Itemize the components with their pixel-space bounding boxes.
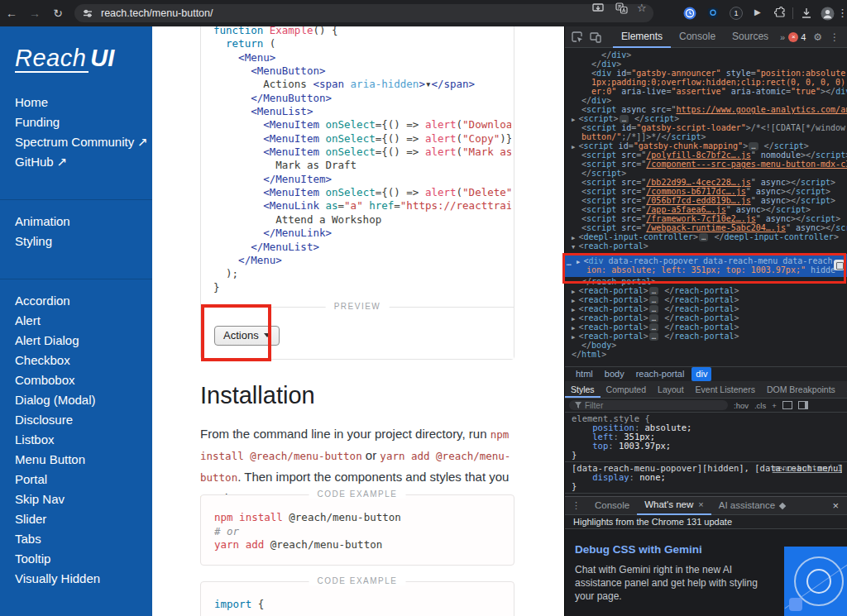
panel-layout-icon[interactable] [798,401,808,409]
translate-icon[interactable] [615,2,628,14]
tab-console[interactable]: Console [671,26,724,48]
tab-elements[interactable]: Elements [613,26,671,48]
device-toolbar-icon[interactable] [590,31,601,43]
dom-tree-line[interactable]: 1px;padding:0;overflow:hidden;clip:rect(… [565,78,847,87]
tab-sources[interactable]: Sources [724,26,777,48]
dom-tree-line[interactable]: </reach-portal> [565,277,847,286]
dom-tree-line[interactable]: ▼ <reach-portal> [565,241,847,251]
dom-tree-line[interactable]: ▶ <reach-portal>… </reach-portal> [565,332,847,341]
sidebar-item-combobox[interactable]: Combobox [15,370,147,390]
dom-tree-line[interactable]: <script src="/polyfill-8c7bf2c….js" nomo… [565,150,847,160]
dom-tree-line[interactable]: ▶ <reach-portal>… </reach-portal> [565,295,847,304]
new-style-rule-icon[interactable]: + [772,401,777,410]
dom-tree-line[interactable]: ▶ <deepl-input-controller>… </deepl-inpu… [565,232,847,241]
sidebar-item-disclosure[interactable]: Disclosure [15,410,147,430]
extensions-puzzle-icon[interactable] [774,7,787,19]
forward-button[interactable]: → [23,0,46,26]
sidebar-item-slider[interactable]: Slider [15,509,147,529]
drawer-close-icon[interactable]: × [832,499,847,512]
drawer-tab-whats-new[interactable]: What's new × [637,496,711,515]
dom-tree-line[interactable]: </div> [565,60,847,69]
css-property[interactable]: position: absolute; [572,423,842,432]
sidebar-item-portal[interactable]: Portal [15,470,147,489]
url-text[interactable]: reach.tech/menu-button/ [101,7,213,19]
dom-tree-line[interactable]: <script src="/component---src-pages-menu… [565,160,847,169]
back-button[interactable]: ← [0,0,23,26]
node-actions-icon[interactable]: ⋯ [567,260,570,269]
sidebar-item-home[interactable]: Home [15,93,147,112]
dom-tree-line[interactable]: ▶ <reach-portal>… </reach-portal> [565,286,847,295]
error-badge[interactable]: × 4 [788,32,806,42]
dom-tree-line[interactable]: ▶ <script id="gatsby-chunk-mapping">… </… [565,141,847,150]
sidebar-item-alert[interactable]: Alert [15,311,147,331]
site-settings-icon[interactable] [83,8,93,18]
css-rule[interactable]: element.style { position: absolute; left… [565,413,847,462]
reload-button[interactable]: ↻ [46,0,69,26]
sidebar-item-dialog-modal[interactable]: Dialog (Modal) [15,390,147,410]
sidebar-item-visually-hidden[interactable]: Visually Hidden [15,569,147,589]
extension-1password-icon[interactable]: 1 [730,7,743,20]
chrome-menu-icon[interactable]: ⋮ [837,0,847,26]
extension-play-icon[interactable]: ▶ [754,7,761,17]
dom-tree-line[interactable]: <script src="/webpack-runtime-5abc204….j… [565,223,847,232]
breadcrumb-item-reach-portal[interactable]: reach-portal [632,367,689,381]
save-page-icon[interactable] [592,2,605,14]
extension-shield-icon[interactable] [706,7,720,20]
node-adorner-icon[interactable] [834,260,845,270]
sidebar-item-funding[interactable]: Funding [15,112,147,132]
selected-dom-node[interactable]: ⋯ ▶ <div data-reach-popover data-reach-m… [565,254,847,277]
sidebar-item-accordion[interactable]: Accordion [15,291,147,311]
more-tabs-icon[interactable]: » [777,26,788,48]
sidebar-item-menu-button[interactable]: Menu Button [15,450,147,470]
drawer-tab-ai-assistance[interactable]: AI assistance [711,497,792,514]
dom-tree-line[interactable]: button/";/*]]>*/</script> [565,132,847,141]
styles-tab-event-listeners[interactable]: Event Listeners [690,381,761,398]
sidebar-item-styling[interactable]: Styling [15,232,147,251]
dom-tree-line[interactable]: ▶ <reach-portal>… </reach-portal> [565,322,847,332]
dom-tree-line[interactable]: </div> [565,50,847,60]
dom-tree-line[interactable]: <script src="/bb22d99…-4cec228….js" asyn… [565,178,847,187]
drawer-menu-icon[interactable]: ⋮ [565,500,587,511]
dom-tree-line[interactable]: <script src="/app-a5faea6….js" async></s… [565,205,847,214]
dom-tree-line[interactable]: <script async src="https://www.google-an… [565,105,847,114]
dom-tree-line[interactable]: ▶ <reach-portal>… </reach-portal> [565,313,847,322]
dom-tree-line[interactable]: <script src="/framework-7cf10e2….js" asy… [565,214,847,223]
css-rule[interactable]: menu-button/:1[data-reach-menu-popover][… [565,462,847,494]
dom-tree-line[interactable]: ▶ <div data-reach-popover data-reach-men… [565,256,835,265]
styles-tab-styles[interactable]: Styles [565,381,601,398]
css-property[interactable]: display: none; [572,473,842,482]
sidebar-item-alert-dialog[interactable]: Alert Dialog [15,331,147,351]
styles-tab-computed[interactable]: Computed [601,381,652,398]
toggle-hover-state[interactable]: :hov [734,401,749,410]
more-styles-tabs-icon[interactable]: » [841,381,847,398]
devtools-settings-icon[interactable]: ⚙ [813,31,822,43]
downloads-icon[interactable] [801,7,812,19]
drawer-tab-console[interactable]: Console [587,497,637,514]
reach-ui-logo[interactable]: ReachUI [15,45,114,72]
breadcrumb-item-body[interactable]: body [601,367,629,381]
sidebar-item-checkbox[interactable]: Checkbox [15,351,147,370]
bookmark-star-icon[interactable]: ☆ [637,2,647,14]
breadcrumb-item-html[interactable]: html [572,367,597,381]
sidebar-item-tooltip[interactable]: Tooltip [15,549,147,569]
breadcrumb-item-div[interactable]: div [691,367,711,381]
dom-tree-line[interactable]: er:0" aria-live="assertive" aria-atomic=… [565,87,847,96]
dom-tree-line[interactable]: ▶ <script>… </script> [565,114,847,123]
sidebar-item-spectrum-community[interactable]: Spectrum Community ↗ [15,132,147,152]
styles-tab-layout[interactable]: Layout [652,381,690,398]
toggle-classes[interactable]: .cls [754,401,766,410]
dom-tree-line[interactable]: </div> [565,96,847,105]
sidebar-item-tabs[interactable]: Tabs [15,529,147,549]
dom-tree-line[interactable]: ▶ <reach-portal>… </reach-portal> [565,304,847,313]
inspect-element-icon[interactable] [572,31,583,43]
address-bar[interactable]: reach.tech/menu-button/ [74,4,653,22]
profile-avatar[interactable] [821,7,835,21]
dom-tree-line[interactable]: <div id="gatsby-announcer" style="positi… [565,69,847,78]
dom-tree-line[interactable]: <script src="/commons-b6717dc….js" async… [565,187,847,196]
sidebar-item-listbox[interactable]: Listbox [15,430,147,450]
sidebar-item-skip-nav[interactable]: Skip Nav [15,489,147,509]
extension-clock-icon[interactable] [683,7,696,20]
devtools-menu-icon[interactable]: ⋮ [830,31,840,43]
actions-menu-button[interactable]: Actions [214,326,280,346]
close-tab-icon[interactable]: × [698,496,703,513]
